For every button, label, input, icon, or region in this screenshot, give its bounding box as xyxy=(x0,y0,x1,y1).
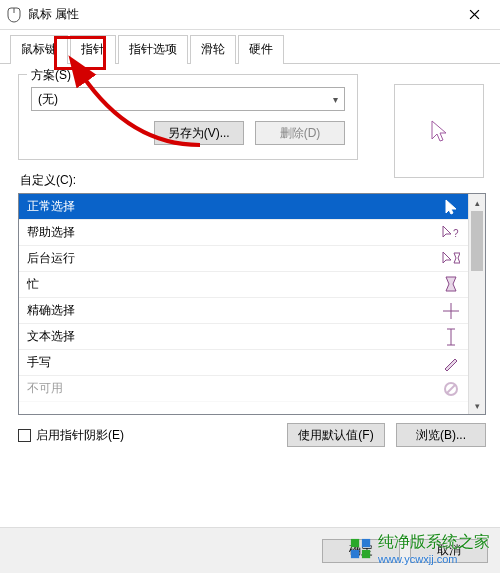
tab-pointer-options[interactable]: 指针选项 xyxy=(118,35,188,64)
svg-rect-9 xyxy=(362,549,370,557)
tab-bar: 鼠标键 指针 指针选项 滑轮 硬件 xyxy=(0,30,500,64)
scheme-group-label: 方案(S) xyxy=(27,67,75,84)
list-item-label: 文本选择 xyxy=(27,328,75,345)
close-button[interactable] xyxy=(454,1,494,29)
titlebar: 鼠标 属性 xyxy=(0,0,500,30)
watermark-logo-icon xyxy=(350,538,372,560)
tab-wheel[interactable]: 滑轮 xyxy=(190,35,236,64)
checkbox-box xyxy=(18,429,31,442)
list-item[interactable]: 正常选择 xyxy=(19,194,468,220)
list-item[interactable]: 忙 xyxy=(19,272,468,298)
mouse-icon xyxy=(6,7,22,23)
list-item[interactable]: 精确选择 xyxy=(19,298,468,324)
list-item-label: 精确选择 xyxy=(27,302,75,319)
scheme-group: 方案(S) (无) ▾ 另存为(V)... 删除(D) xyxy=(18,74,358,160)
watermark-text: 纯净版系统之家 xyxy=(378,532,490,553)
tab-hardware[interactable]: 硬件 xyxy=(238,35,284,64)
list-item-label: 忙 xyxy=(27,276,39,293)
cursor-arrow-icon xyxy=(442,199,460,215)
svg-rect-6 xyxy=(351,538,359,546)
cursor-listbox[interactable]: 正常选择 帮助选择 ? 后台运行 忙 xyxy=(18,193,486,415)
cursor-pen-icon xyxy=(442,355,460,371)
list-item[interactable]: 后台运行 xyxy=(19,246,468,272)
list-item-label: 正常选择 xyxy=(27,198,75,215)
tab-buttons[interactable]: 鼠标键 xyxy=(10,35,68,64)
list-item[interactable]: 手写 xyxy=(19,350,468,376)
list-item-label: 手写 xyxy=(27,354,51,371)
window-title: 鼠标 属性 xyxy=(28,6,454,23)
watermark-url: www.ycwxjj.com xyxy=(378,553,490,565)
scroll-thumb[interactable] xyxy=(471,211,483,271)
cursor-list-content: 正常选择 帮助选择 ? 后台运行 忙 xyxy=(19,194,468,414)
browse-button[interactable]: 浏览(B)... xyxy=(396,423,486,447)
cursor-crosshair-icon xyxy=(442,303,460,319)
scroll-up-button[interactable]: ▴ xyxy=(469,194,485,211)
list-item-label: 帮助选择 xyxy=(27,224,75,241)
pointer-preview xyxy=(394,84,484,178)
list-item[interactable]: 文本选择 xyxy=(19,324,468,350)
svg-rect-8 xyxy=(351,549,359,557)
scroll-track[interactable] xyxy=(469,211,485,397)
tab-pointers[interactable]: 指针 xyxy=(70,35,116,64)
svg-rect-7 xyxy=(362,538,370,546)
svg-line-5 xyxy=(447,385,455,393)
tab-pane-pointers: 方案(S) (无) ▾ 另存为(V)... 删除(D) 自定义(C): 正常选择… xyxy=(0,64,500,447)
svg-text:?: ? xyxy=(453,228,459,239)
cursor-help-icon: ? xyxy=(442,225,460,241)
list-item[interactable]: 不可用 xyxy=(19,376,468,402)
listbox-scrollbar[interactable]: ▴ ▾ xyxy=(468,194,485,414)
use-default-button[interactable]: 使用默认值(F) xyxy=(287,423,384,447)
delete-button: 删除(D) xyxy=(255,121,345,145)
scheme-combobox[interactable]: (无) ▾ xyxy=(31,87,345,111)
close-icon xyxy=(469,9,480,20)
list-item-label: 不可用 xyxy=(27,380,63,397)
cursor-arrow-icon xyxy=(430,119,448,143)
list-item[interactable]: 帮助选择 ? xyxy=(19,220,468,246)
cursor-busy-icon xyxy=(442,276,460,294)
pointer-shadow-checkbox[interactable]: 启用指针阴影(E) xyxy=(18,427,124,444)
save-as-button[interactable]: 另存为(V)... xyxy=(154,121,244,145)
cursor-working-icon xyxy=(442,251,460,267)
watermark: 纯净版系统之家 www.ycwxjj.com xyxy=(350,532,490,565)
chevron-down-icon: ▾ xyxy=(333,94,338,105)
cursor-no-icon xyxy=(442,381,460,397)
checkbox-label: 启用指针阴影(E) xyxy=(36,427,124,444)
cursor-text-icon xyxy=(442,328,460,346)
list-item-label: 后台运行 xyxy=(27,250,75,267)
scroll-down-button[interactable]: ▾ xyxy=(469,397,485,414)
scheme-selected-value: (无) xyxy=(38,91,58,108)
